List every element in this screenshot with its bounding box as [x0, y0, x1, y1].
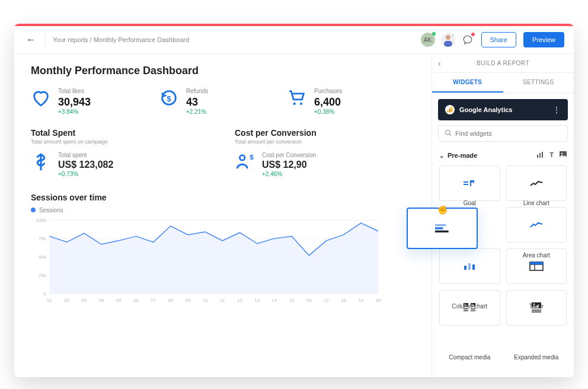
svg-text:18: 18 — [341, 297, 346, 302]
sessions-chart: 025k50k75k100k01020304050607080910111213… — [31, 216, 381, 305]
widget-label-column: Column chart — [439, 303, 500, 310]
preview-button-label: Preview — [532, 36, 555, 43]
avatar-user[interactable]: AK — [421, 33, 435, 47]
chat-icon[interactable] — [461, 33, 474, 46]
widget-labels-row-4: Compact media Expanded media — [432, 356, 574, 366]
widget-goal[interactable] — [439, 165, 500, 201]
preview-button[interactable]: Preview — [523, 32, 564, 47]
cost-per-conversion-section: Cost per Conversion Total amount per con… — [235, 128, 415, 178]
stat-label: Total spent — [58, 152, 113, 160]
widget-label-area: Area chart — [506, 252, 567, 259]
svg-text:01: 01 — [47, 297, 52, 302]
divider — [45, 34, 46, 45]
svg-text:03: 03 — [81, 297, 87, 302]
total-spent-section: Total Spent Total amount spent on campai… — [31, 128, 211, 178]
text-icon[interactable]: T — [549, 151, 554, 160]
search-icon — [445, 129, 452, 138]
svg-text:19: 19 — [359, 297, 364, 302]
image-icon[interactable] — [560, 151, 567, 160]
svg-text:15: 15 — [289, 297, 295, 302]
share-button[interactable]: Share — [481, 32, 516, 47]
tab-widgets-label: WIDGETS — [453, 79, 482, 85]
stat-change: +0.73% — [58, 171, 113, 178]
avatar-secondary[interactable] — [441, 33, 455, 47]
chart-legend: Sessions — [31, 207, 415, 213]
search-input[interactable] — [455, 130, 561, 137]
svg-rect-45 — [542, 152, 543, 158]
grab-cursor-icon: ✊ — [437, 205, 448, 215]
svg-rect-43 — [537, 155, 538, 158]
tab-settings[interactable]: SETTINGS — [503, 73, 574, 93]
chevron-left-icon[interactable]: ‹ — [438, 59, 441, 68]
dragging-widget[interactable]: ✊ — [407, 208, 478, 249]
cart-icon — [287, 88, 307, 108]
widget-labels-row-3: Column chart Table — [432, 305, 574, 315]
widget-area[interactable] — [506, 207, 567, 243]
stat-value: US$ 12,90 — [262, 159, 316, 171]
svg-text:0: 0 — [43, 291, 46, 296]
svg-text:20: 20 — [376, 297, 381, 302]
svg-text:10: 10 — [203, 297, 208, 302]
svg-text:50k: 50k — [39, 254, 46, 260]
svg-text:$: $ — [167, 94, 171, 103]
area-chart-icon — [529, 218, 544, 232]
goal-icon — [462, 176, 477, 190]
svg-text:04: 04 — [99, 297, 104, 302]
main-canvas: Monthly Performance Dashboard Total like… — [14, 54, 432, 377]
tab-widgets[interactable]: WIDGETS — [432, 73, 503, 93]
notification-dot — [471, 33, 475, 36]
kpi-label: Purchases — [314, 88, 342, 95]
kpi-likes: Total likes 30,943 +3.84% — [31, 88, 159, 116]
widget-label-empty — [439, 252, 500, 259]
widget-label-line: Line chart — [506, 200, 567, 206]
svg-point-51 — [537, 222, 539, 224]
widget-label-table: Table — [506, 303, 567, 310]
svg-text:08: 08 — [168, 297, 173, 302]
tab-settings-label: SETTINGS — [523, 79, 554, 85]
svg-point-41 — [446, 130, 450, 135]
svg-text:17: 17 — [324, 297, 329, 302]
google-analytics-icon — [445, 105, 455, 114]
panel-title: BUILD A REPORT — [477, 60, 529, 66]
svg-text:07: 07 — [151, 297, 156, 302]
svg-text:14: 14 — [272, 297, 277, 302]
integration-label: Google Analytics — [459, 106, 512, 113]
chart-title: Sessions over time — [31, 193, 415, 202]
stat-change: +2.46% — [262, 171, 316, 178]
back-arrow-icon[interactable]: ← — [24, 34, 38, 45]
app-window: ← Your reports / Monthly Performance Das… — [14, 24, 574, 377]
line-chart-icon — [529, 176, 544, 190]
more-icon[interactable]: ⋮ — [552, 105, 561, 114]
section-subtitle: Total amount spent on campaign — [31, 139, 211, 145]
chart-section: Sessions over time Sessions 025k50k75k10… — [31, 193, 415, 305]
legend-label: Sessions — [39, 207, 63, 213]
svg-text:05: 05 — [116, 297, 122, 302]
two-column-stats: Total Spent Total amount spent on campai… — [31, 128, 415, 178]
widget-line[interactable] — [506, 165, 567, 201]
heart-icon — [31, 88, 51, 108]
svg-point-47 — [561, 153, 563, 154]
kpi-refunds: $ Refunds 43 +2.21% — [159, 88, 287, 116]
kpi-purchases: Purchases 6,400 +0.38% — [287, 88, 415, 116]
svg-rect-38 — [448, 110, 449, 113]
stat-value: US$ 123,082 — [58, 159, 113, 171]
premade-label: Pre-made — [448, 152, 477, 159]
section-subtitle: Total amount per conversion — [235, 139, 415, 145]
svg-text:$: $ — [250, 153, 254, 160]
breadcrumb[interactable]: Your reports / Monthly Performance Dashb… — [53, 36, 414, 43]
kpi-change: +0.38% — [314, 109, 342, 116]
panel-tabs: WIDGETS SETTINGS — [432, 73, 574, 93]
premade-header[interactable]: ⌄ Pre-made T — [432, 148, 574, 162]
svg-text:06: 06 — [133, 297, 139, 302]
search-widgets-field[interactable] — [438, 125, 568, 142]
person-dollar-icon: $ — [235, 152, 255, 172]
widget-label-expanded: Expanded media — [506, 354, 567, 361]
svg-text:16: 16 — [306, 297, 312, 302]
bar-chart-icon[interactable] — [536, 151, 544, 160]
svg-point-4 — [293, 103, 296, 105]
svg-text:12: 12 — [237, 297, 242, 302]
section-title: Total Spent — [31, 128, 211, 138]
svg-text:09: 09 — [186, 297, 191, 302]
widget-label-goal: Goal — [439, 200, 500, 206]
integration-card[interactable]: Google Analytics ⋮ — [438, 99, 568, 120]
